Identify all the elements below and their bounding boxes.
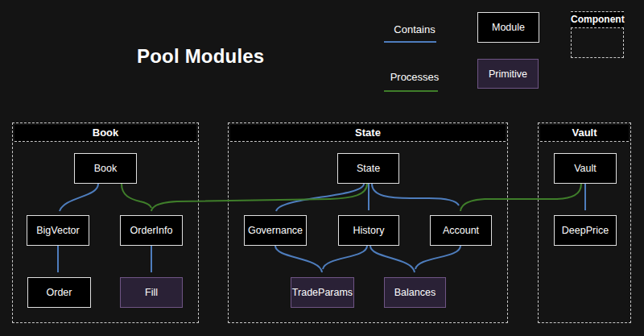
legend-contains-label: Contains [382,23,447,35]
node-deepprice: DeepPrice [554,215,617,246]
diagram-canvas: Pool Modules Contains Processes Module P… [0,0,644,336]
legend-module-node: Module [477,12,539,43]
node-state: State [337,153,399,184]
node-order: Order [27,277,91,308]
node-balances: Balances [384,277,446,308]
legend-component-label: Component [571,12,624,28]
legend-component-box: Component [571,11,624,58]
node-vault: Vault [554,153,617,184]
cluster-vault-title: Vault [540,125,629,142]
node-orderinfo: OrderInfo [120,215,183,246]
node-history: History [338,215,399,246]
node-bigvector: BigVector [27,215,89,246]
node-book: Book [74,153,137,184]
cluster-state-title: State [230,125,506,142]
legend-primitive-node: Primitive [477,59,539,89]
node-governance: Governance [244,215,307,246]
cluster-book-title: Book [14,125,196,142]
node-account: Account [430,215,492,246]
node-tradeparams: TradeParams [291,277,354,308]
node-fill: Fill [120,277,183,308]
page-title: Pool Modules [137,45,264,68]
legend-processes-label: Processes [382,71,447,83]
